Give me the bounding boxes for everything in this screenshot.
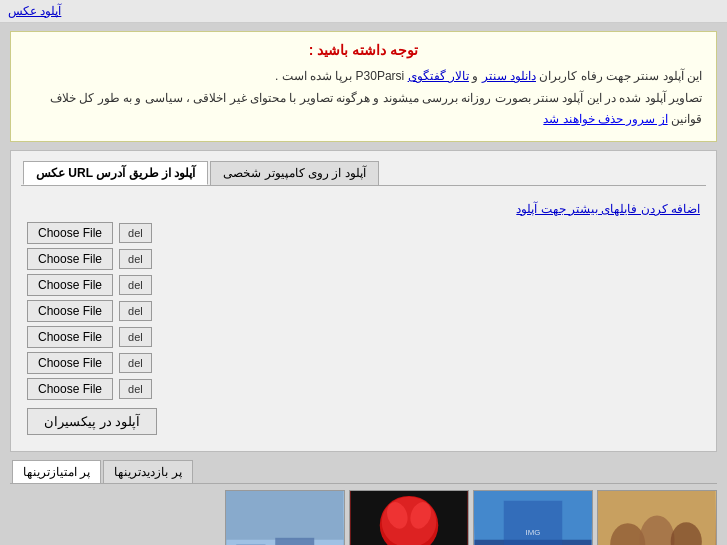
file-row-1: del Choose File: [27, 222, 700, 244]
choose-file-button-1[interactable]: Choose File: [27, 222, 113, 244]
thumbnail-1[interactable]: [597, 490, 717, 545]
svg-text:IMG: IMG: [526, 528, 541, 537]
tab-computer[interactable]: آپلود از روی کامپیوتر شخصی: [210, 161, 378, 185]
choose-file-button-2[interactable]: Choose File: [27, 248, 113, 270]
notice-line1: این آپلود سنتر جهت رفاه کاربران دانلود س…: [25, 66, 702, 88]
upload-link[interactable]: آپلود عکس: [8, 4, 61, 18]
download-center-link[interactable]: دانلود سنتر: [482, 69, 536, 83]
notice-title: توجه داشته باشید :: [25, 42, 702, 58]
tab-url[interactable]: آپلود از طریق آدرس URL عکس: [23, 161, 208, 185]
file-row-3: del Choose File: [27, 274, 700, 296]
bottom-tab-most-viewed[interactable]: پر بازدیدترینها: [103, 460, 192, 483]
notice-line1-post: P30Parsi برپا شده است .: [275, 69, 404, 83]
upload-submit-button[interactable]: آپلود در پیکسیران: [27, 408, 157, 435]
thumbnail-4[interactable]: [225, 490, 345, 545]
tabs-row: آپلود از طریق آدرس URL عکس آپلود از روی …: [21, 161, 706, 186]
del-button-2[interactable]: del: [119, 249, 152, 269]
choose-file-button-6[interactable]: Choose File: [27, 352, 113, 374]
main-panel: آپلود از طریق آدرس URL عکس آپلود از روی …: [10, 150, 717, 452]
choose-file-button-7[interactable]: Choose File: [27, 378, 113, 400]
upload-area: اضافه کردن فایلهای بیشتر جهت آپلود del C…: [21, 196, 706, 441]
removal-link[interactable]: از سرور حذف خواهند شد: [543, 112, 667, 126]
del-button-5[interactable]: del: [119, 327, 152, 347]
thumbnail-3[interactable]: [349, 490, 469, 545]
notice-line2: تصاویر آپلود شده در این آپلود سنتر بصورت…: [25, 88, 702, 131]
del-button-4[interactable]: del: [119, 301, 152, 321]
del-button-1[interactable]: del: [119, 223, 152, 243]
del-button-3[interactable]: del: [119, 275, 152, 295]
thumbnails-row: IMG: [10, 490, 717, 545]
svg-rect-6: [504, 501, 563, 545]
choose-file-button-3[interactable]: Choose File: [27, 274, 113, 296]
choose-file-button-4[interactable]: Choose File: [27, 300, 113, 322]
upload-submit-row: آپلود در پیکسیران: [27, 408, 700, 435]
top-bar: آپلود عکس: [0, 0, 727, 23]
bottom-tabs-row: پر امتیازترینها پر بازدیدترینها: [10, 460, 717, 484]
choose-file-button-5[interactable]: Choose File: [27, 326, 113, 348]
thumbnail-2[interactable]: IMG: [473, 490, 593, 545]
svg-rect-13: [227, 491, 344, 545]
notice-line1-pre: این آپلود سنتر جهت رفاه کاربران: [536, 69, 702, 83]
svg-rect-16: [275, 538, 314, 545]
del-button-7[interactable]: del: [119, 379, 152, 399]
file-row-2: del Choose File: [27, 248, 700, 270]
del-button-6[interactable]: del: [119, 353, 152, 373]
notice-box: توجه داشته باشید : این آپلود سنتر جهت رف…: [10, 31, 717, 142]
forum-link[interactable]: تالار گفتگوی: [408, 69, 469, 83]
file-row-6: del Choose File: [27, 352, 700, 374]
bottom-tab-top-rated[interactable]: پر امتیازترینها: [12, 460, 101, 483]
file-row-4: del Choose File: [27, 300, 700, 322]
file-row-5: del Choose File: [27, 326, 700, 348]
file-row-7: del Choose File: [27, 378, 700, 400]
notice-line1-mid: و: [469, 69, 478, 83]
add-more-link-row: اضافه کردن فایلهای بیشتر جهت آپلود: [27, 202, 700, 216]
add-more-link[interactable]: اضافه کردن فایلهای بیشتر جهت آپلود: [516, 202, 700, 216]
